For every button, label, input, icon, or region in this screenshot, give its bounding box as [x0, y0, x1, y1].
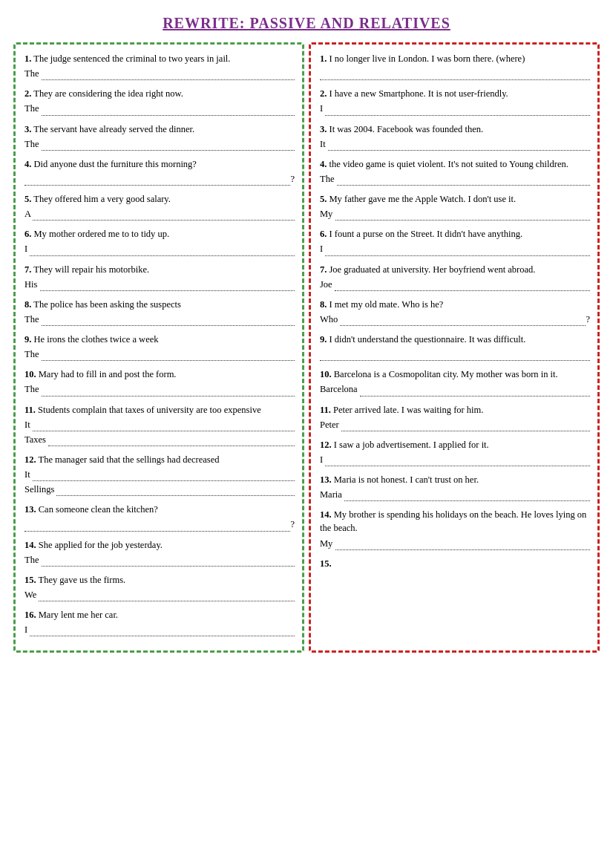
exercise-sentence: 2. They are considering the idea right n…: [24, 87, 295, 100]
answer-prefix: I: [24, 623, 30, 636]
exercise-sentence: 9. He irons the clothes twice a week: [24, 333, 295, 346]
answer-prefix: The: [24, 553, 42, 567]
answer-dots: [24, 172, 290, 186]
answer-dots: [33, 206, 295, 221]
answer-prefix: We: [24, 588, 39, 601]
left-exercise-list: 1. The judge sentenced the criminal to t…: [24, 52, 295, 636]
answer-row: ?: [24, 517, 295, 531]
answer-dots: [39, 587, 295, 601]
exercise-sentence: 8. I met my old mate. Who is he?: [320, 298, 590, 311]
answer-dots: [33, 417, 295, 431]
answer-dots: [40, 277, 295, 291]
answer-prefix: It: [24, 468, 33, 481]
exercise-sentence: 16. Mary lent me her car.: [24, 608, 295, 621]
answer-prefix: Taxes: [24, 433, 48, 446]
exercise-sentence: 7. They will repair his motorbike.: [24, 263, 295, 276]
answer-prefix: The: [320, 172, 337, 186]
exercise-sentence: 5. They offered him a very good salary.: [24, 192, 295, 206]
answer-row: My: [320, 536, 590, 550]
answer-prefix: I: [320, 453, 325, 466]
answer-prefix: I: [24, 242, 30, 255]
list-item: 9. He irons the clothes twice a weekThe: [24, 333, 295, 361]
list-item: 6. I fount a purse on the Street. It did…: [320, 227, 590, 255]
answer-dots: [42, 137, 295, 151]
list-item: 14. My brother is spending his holidays …: [320, 508, 590, 549]
answer-row: The: [24, 312, 295, 326]
exercise-sentence: 15.: [320, 557, 590, 570]
list-item: 14. She applied for the job yesterday.Th…: [24, 538, 295, 567]
right-column: 1. I no longer live in London. I was bor…: [309, 42, 600, 653]
list-item: 11. Students complain that taxes of univ…: [24, 403, 295, 446]
answer-row: The: [24, 101, 295, 115]
answer-row: The: [24, 552, 295, 567]
list-item: 2. They are considering the idea right n…: [24, 87, 295, 115]
answer-row: I: [24, 622, 295, 636]
exercise-sentence: 1. I no longer live in London. I was bor…: [320, 52, 590, 65]
answer-row: [320, 347, 590, 361]
answer-dots: [24, 517, 290, 531]
answer-prefix: Sellings: [24, 483, 56, 496]
answer-prefix: The: [24, 382, 42, 396]
list-item: 5. My father gave me the Apple Watch. I …: [320, 192, 590, 221]
list-item: 10. Barcelona is a Cosmopolitan city. My…: [320, 368, 590, 396]
answer-dots: [56, 482, 295, 496]
exercise-sentence: 10. Mary had to fill in and post the for…: [24, 368, 295, 381]
answer-prefix: It: [320, 137, 328, 151]
answer-row: It: [24, 417, 295, 431]
list-item: 15. They gave us the firms.We: [24, 573, 295, 601]
answer-suffix: ?: [586, 313, 590, 326]
list-item: 10. Mary had to fill in and post the for…: [24, 368, 295, 396]
answer-row: Barcelona: [320, 382, 590, 396]
list-item: 1. I no longer live in London. I was bor…: [320, 52, 590, 80]
answer-dots: [42, 101, 295, 115]
answer-row: It: [24, 467, 295, 481]
list-item: 4. Did anyone dust the furniture this mo…: [24, 157, 295, 186]
page-title: REWRITE: PASSIVE AND RELATIVES: [13, 15, 600, 32]
answer-prefix: Joe: [320, 278, 335, 291]
answer-suffix: ?: [290, 518, 295, 531]
answer-dots: [335, 277, 590, 291]
answer-prefix: Maria: [320, 488, 344, 501]
list-item: 8. The police has been asking the suspec…: [24, 298, 295, 326]
answer-prefix: Peter: [320, 418, 341, 431]
exercise-sentence: 6. I fount a purse on the Street. It did…: [320, 227, 590, 241]
answer-dots: [42, 312, 295, 326]
answer-prefix: His: [24, 278, 40, 291]
answer-row: Joe: [320, 277, 590, 291]
answer-row: Sellings: [24, 482, 295, 496]
list-item: 7. Joe graduated at university. Her boyf…: [320, 263, 590, 291]
answer-prefix: The: [24, 67, 42, 80]
left-column: 1. The judge sentenced the criminal to t…: [13, 42, 304, 653]
list-item: 13. Can someone clean the kitchen? ?: [24, 503, 295, 531]
answer-dots: [320, 347, 590, 361]
answer-dots: [42, 66, 295, 80]
exercise-sentence: 12. I saw a job advertisement. I applied…: [320, 438, 590, 451]
answer-dots: [335, 536, 591, 550]
answer-row: Peter: [320, 417, 590, 431]
answer-dots: [48, 432, 295, 446]
answer-dots: [325, 101, 590, 115]
exercise-sentence: 14. My brother is spending his holidays …: [320, 508, 590, 535]
answer-row: I: [320, 101, 590, 115]
answer-row: The: [320, 172, 590, 186]
exercise-sentence: 7. Joe graduated at university. Her boyf…: [320, 263, 590, 276]
exercise-sentence: 1. The judge sentenced the criminal to t…: [24, 52, 295, 65]
answer-row: The: [24, 382, 295, 396]
list-item: 9. I didn't understand the questionnaire…: [320, 333, 590, 361]
answer-prefix: The: [24, 137, 42, 151]
exercise-sentence: 11. Students complain that taxes of univ…: [24, 403, 295, 417]
answer-row: It: [320, 137, 590, 151]
answer-dots: [30, 241, 295, 255]
answer-dots: [328, 137, 590, 151]
answer-dots: [341, 417, 590, 431]
exercise-sentence: 6. My mother ordered me to to tidy up.: [24, 227, 295, 241]
exercise-sentence: 3. It was 2004. Facebook was founded the…: [320, 123, 590, 136]
answer-suffix: ?: [290, 172, 295, 186]
answer-row: His: [24, 277, 295, 291]
list-item: 1. The judge sentenced the criminal to t…: [24, 52, 295, 80]
answer-dots: [42, 382, 295, 396]
answer-row: [320, 66, 590, 80]
answer-prefix: Who: [320, 313, 340, 326]
list-item: 3. It was 2004. Facebook was founded the…: [320, 123, 590, 151]
answer-prefix: It: [24, 418, 33, 431]
